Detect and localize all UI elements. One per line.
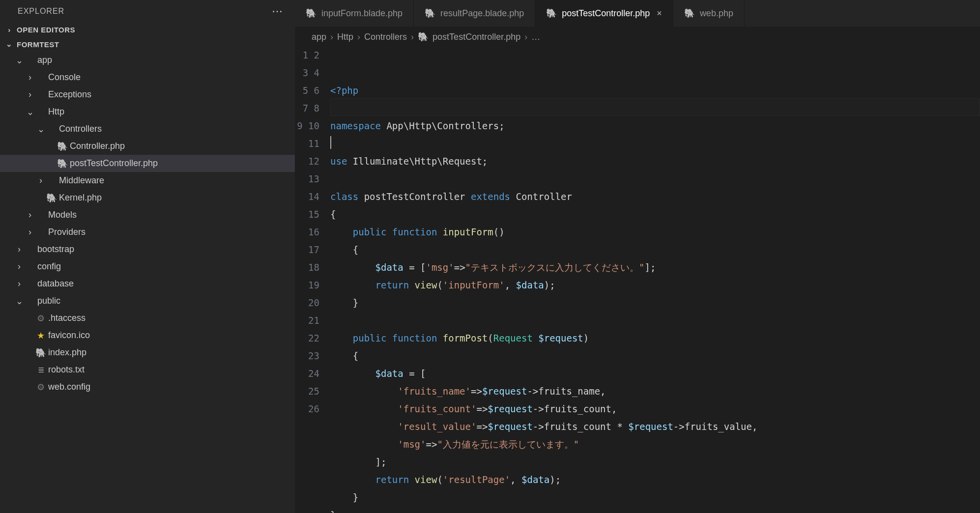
code-editor[interactable]: 1 2 3 4 5 6 7 8 9 10 11 12 13 14 15 16 1… <box>295 45 980 513</box>
tree-item[interactable]: ›Middleware <box>0 172 295 189</box>
tree-item[interactable]: 🐘Controller.php <box>0 138 295 155</box>
tree-item-label: index.php <box>48 347 86 358</box>
explorer-title: EXPLORER <box>18 7 64 16</box>
tree-item[interactable]: ⚙.htaccess <box>0 310 295 327</box>
chevron-icon: › <box>14 279 25 289</box>
file-tree: ⌄app›Console›Exceptions⌄Http⌄Controllers… <box>0 52 295 396</box>
tab-label: inputForm.blade.php <box>321 8 403 19</box>
tree-item-label: Kernel.php <box>59 193 102 203</box>
tree-item[interactable]: ›database <box>0 275 295 292</box>
tree-item-label: Exceptions <box>48 89 91 100</box>
php-file-icon: 🐘 <box>35 347 46 358</box>
more-actions-icon[interactable]: ⋯ <box>272 5 286 18</box>
close-icon[interactable]: × <box>655 8 662 19</box>
tab-label: resultPage.blade.php <box>440 8 524 19</box>
tree-item-label: database <box>37 279 74 289</box>
tree-item[interactable]: 🐘postTestController.php <box>0 155 295 172</box>
chevron-right-icon: › <box>5 26 14 34</box>
tree-item[interactable]: ›Models <box>0 206 295 224</box>
chevron-icon: › <box>14 261 25 272</box>
tree-item-label: Providers <box>48 227 86 237</box>
chevron-icon: › <box>25 210 35 220</box>
project-section[interactable]: ⌄ FORMTEST <box>0 37 295 52</box>
tree-item[interactable]: 🐘Kernel.php <box>0 189 295 206</box>
star-icon: ★ <box>35 330 46 341</box>
breadcrumb-item[interactable]: Controllers <box>364 32 407 42</box>
tree-item-label: Middleware <box>59 175 104 186</box>
breadcrumb-separator: › <box>411 32 414 42</box>
tree-item[interactable]: ⌄Http <box>0 103 295 120</box>
breadcrumb-item[interactable]: … <box>531 32 540 42</box>
open-editors-section[interactable]: › OPEN EDITORS <box>0 23 295 37</box>
breadcrumb-separator: › <box>330 32 333 42</box>
tree-item-label: bootstrap <box>37 244 74 255</box>
tab[interactable]: 🐘postTestController.php× <box>535 0 673 27</box>
gutter: 1 2 3 4 5 6 7 8 9 10 11 12 13 14 15 16 1… <box>295 45 330 513</box>
php-file-icon: 🐘 <box>46 193 57 203</box>
breadcrumb-item[interactable]: app <box>312 32 326 42</box>
tree-item-label: web.config <box>48 382 90 392</box>
tree-item-label: Http <box>48 107 64 117</box>
chevron-icon: ⌄ <box>35 124 46 135</box>
breadcrumb-separator: › <box>357 32 360 42</box>
chevron-icon: › <box>25 89 35 100</box>
tree-item[interactable]: ★favicon.ico <box>0 327 295 344</box>
tab-label: web.php <box>700 8 733 19</box>
breadcrumb-separator: › <box>524 32 527 42</box>
tree-item[interactable]: ›Exceptions <box>0 86 295 103</box>
tree-item-label: robots.txt <box>48 365 85 375</box>
tree-item[interactable]: ⌄app <box>0 52 295 69</box>
tree-item-label: Controllers <box>59 124 102 134</box>
tree-item-label: Models <box>48 210 77 220</box>
tree-item-label: postTestController.php <box>70 158 158 169</box>
gear-icon: ⚙ <box>35 313 46 324</box>
chevron-icon: › <box>35 175 46 186</box>
tree-item[interactable]: ›bootstrap <box>0 241 295 258</box>
tab[interactable]: 🐘web.php <box>673 0 745 27</box>
chevron-icon: › <box>25 72 35 83</box>
tree-item-label: Console <box>48 72 81 83</box>
tab-bar: 🐘inputForm.blade.php🐘resultPage.blade.ph… <box>295 0 980 27</box>
tab[interactable]: 🐘inputForm.blade.php <box>295 0 414 27</box>
tree-item[interactable]: ›Console <box>0 69 295 86</box>
project-label: FORMTEST <box>17 40 59 49</box>
tree-item-label: Controller.php <box>70 141 125 151</box>
chevron-icon: ⌄ <box>14 296 25 307</box>
chevron-icon: › <box>25 227 35 237</box>
editor-area: 🐘inputForm.blade.php🐘resultPage.blade.ph… <box>295 0 980 513</box>
tree-item-label: public <box>37 296 60 306</box>
php-file-icon: 🐘 <box>418 31 429 42</box>
text-file-icon: ≣ <box>35 365 46 374</box>
chevron-icon: ⌄ <box>14 55 25 66</box>
tree-item[interactable]: ›config <box>0 258 295 275</box>
tab-label: postTestController.php <box>562 8 650 19</box>
chevron-icon: ⌄ <box>25 107 35 117</box>
tree-item[interactable]: ≣robots.txt <box>0 361 295 378</box>
code-content[interactable]: <?php namespace App\Http\Controllers; us… <box>330 45 980 513</box>
php-file-icon: 🐘 <box>546 8 557 19</box>
php-file-icon: 🐘 <box>684 8 695 19</box>
explorer-header: EXPLORER ⋯ <box>0 0 295 23</box>
gear-icon: ⚙ <box>35 382 46 393</box>
php-file-icon: 🐘 <box>57 141 68 152</box>
tree-item[interactable]: 🐘index.php <box>0 344 295 361</box>
tree-item[interactable]: ⌄Controllers <box>0 120 295 138</box>
tree-item[interactable]: ›Providers <box>0 224 295 241</box>
tree-item-label: favicon.ico <box>48 330 90 341</box>
php-file-icon: 🐘 <box>425 8 435 19</box>
php-file-icon: 🐘 <box>306 8 317 19</box>
breadcrumb[interactable]: app›Http›Controllers›🐘postTestController… <box>295 27 980 45</box>
chevron-icon: › <box>14 244 25 255</box>
tree-item-label: config <box>37 261 61 272</box>
sidebar: EXPLORER ⋯ › OPEN EDITORS ⌄ FORMTEST ⌄ap… <box>0 0 295 513</box>
tree-item-label: app <box>37 55 52 65</box>
chevron-down-icon: ⌄ <box>5 40 14 49</box>
tab[interactable]: 🐘resultPage.blade.php <box>414 0 535 27</box>
breadcrumb-item[interactable]: postTestController.php <box>432 32 520 42</box>
breadcrumb-item[interactable]: Http <box>337 32 353 42</box>
php-file-icon: 🐘 <box>57 158 68 169</box>
tree-item[interactable]: ⚙web.config <box>0 378 295 396</box>
current-line-highlight <box>330 98 980 116</box>
tree-item-label: .htaccess <box>48 313 86 323</box>
tree-item[interactable]: ⌄public <box>0 292 295 310</box>
